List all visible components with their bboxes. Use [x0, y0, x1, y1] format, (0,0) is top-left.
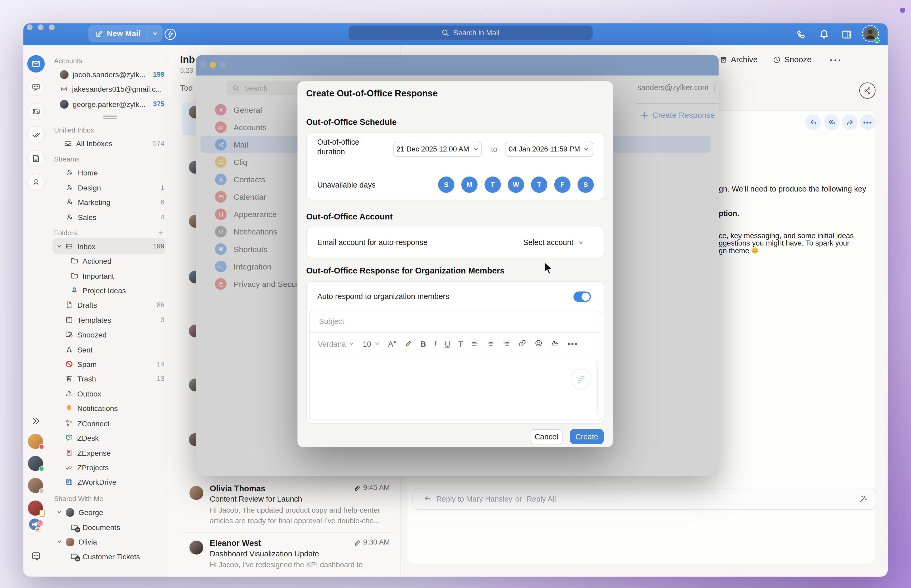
email-subject: Dashboard Visualization Update — [210, 549, 319, 558]
auto-respond-toggle[interactable] — [573, 291, 591, 302]
sidebar-folder-actioned[interactable]: Actioned — [51, 254, 168, 268]
sidebar-folder-project-ideas[interactable]: Project Ideas — [51, 283, 168, 297]
chevron-down-icon[interactable] — [57, 244, 62, 249]
rail-expand-button[interactable] — [28, 412, 45, 430]
inbox-tray-icon — [65, 242, 73, 250]
sidebar-stream-sales[interactable]: Sales 4 — [51, 210, 168, 224]
day-toggle-monday[interactable]: M — [461, 176, 477, 193]
rail-notes-tab[interactable] — [28, 150, 45, 167]
insert-link-icon[interactable] — [518, 339, 526, 349]
sidebar-folder-notifications[interactable]: Notifications — [51, 401, 168, 415]
sidebar-folder-zdesk[interactable]: ZDesk — [51, 431, 168, 445]
sidebar-folder-important[interactable]: Important — [51, 269, 168, 283]
sidebar-account-gmail[interactable]: jakesanders015@gmail.c... — [51, 82, 168, 96]
select-account-dropdown[interactable]: Select account — [523, 238, 584, 247]
sidebar-item-all-inboxes[interactable]: All Inboxes 574 — [51, 136, 168, 150]
rail-drive-tab[interactable] — [28, 103, 45, 120]
sidebar-folder-outbox[interactable]: Outbox — [51, 387, 168, 401]
subject-input[interactable] — [318, 317, 594, 326]
sidebar-folder-trash[interactable]: Trash 13 — [51, 372, 168, 386]
sidebar-folder-zworkdrive[interactable]: ZWorkDrive — [51, 475, 168, 489]
add-folder-icon[interactable] — [158, 230, 164, 236]
italic-icon[interactable]: I — [434, 339, 437, 348]
sidebar-folder-sent[interactable]: Sent — [51, 342, 168, 357]
font-family-select[interactable]: Verdana — [318, 339, 355, 348]
align-center-icon[interactable] — [487, 339, 495, 348]
strikethrough-icon[interactable]: T — [458, 339, 463, 348]
sidebar-account-jacob[interactable]: jacob.sanders@zylk... 199 — [51, 68, 168, 81]
sidebar-folder-inbox[interactable]: Inbox 199 — [51, 239, 168, 253]
chevron-down-icon — [584, 146, 589, 152]
feedback-button[interactable] — [28, 548, 45, 565]
snoozed-folder-icon — [65, 330, 73, 339]
day-toggle-saturday[interactable]: S — [578, 176, 594, 193]
contact-avatar-3[interactable] — [28, 478, 43, 493]
sidebar-folder-zexpense[interactable]: ZExpense — [51, 446, 168, 460]
rail-chat-tab[interactable] — [28, 79, 45, 96]
day-toggle-sunday[interactable]: S — [438, 176, 455, 193]
rail-contacts-tab[interactable] — [28, 174, 45, 191]
rail-tasks-tab[interactable] — [28, 126, 45, 143]
contact-avatar-2[interactable] — [28, 456, 43, 471]
duration-label: duration — [317, 147, 345, 156]
modal-title: Create Out-of-Office Response — [306, 88, 438, 99]
document-icon — [31, 154, 40, 163]
chevron-down-icon[interactable] — [57, 539, 62, 544]
email-list-item-olivia[interactable]: Olivia Thomas 9:45 AM Content Review for… — [168, 484, 400, 534]
day-toggle-thursday[interactable]: T — [531, 176, 547, 193]
highlight-icon[interactable] — [405, 339, 413, 349]
response-body-area[interactable] — [310, 356, 601, 420]
sidebar-stream-home[interactable]: Home — [51, 165, 168, 179]
sidebar-folder-spam[interactable]: Spam 14 — [51, 357, 168, 371]
sidebar-folder-zconnect[interactable]: ZConnect — [51, 416, 168, 430]
sidebar-shared-olivia[interactable]: Olivia — [51, 535, 168, 549]
toolbar-more-icon[interactable]: ••• — [568, 339, 578, 348]
stream-people-icon — [66, 213, 74, 221]
start-datetime-dropdown[interactable]: 21 Dec 2025 12:00 AM — [393, 142, 482, 157]
editor-scrollbar[interactable] — [597, 361, 598, 415]
sidebar-folder-drafts[interactable]: Drafts 86 — [51, 298, 168, 312]
notification-bell-icon — [65, 404, 73, 412]
sidebar-folder-zprojects[interactable]: ZProjects — [51, 460, 168, 475]
cancel-button[interactable]: Cancel — [530, 429, 563, 444]
email-list-item-eleanor[interactable]: Eleanor West 9:30 AM Dashboard Visualiza… — [168, 538, 400, 577]
chevron-down-icon — [349, 341, 354, 347]
create-button[interactable]: Create — [570, 429, 604, 444]
sidebar-stream-marketing[interactable]: Marketing 6 — [51, 195, 168, 209]
chevron-down-icon[interactable] — [57, 509, 62, 515]
attachment-icon — [353, 540, 361, 547]
day-toggle-tuesday[interactable]: T — [484, 176, 501, 193]
day-toggle-wednesday[interactable]: W — [508, 176, 524, 193]
email-preview: Hi Jacob, The updated product copy and h… — [210, 506, 380, 515]
font-size-select[interactable]: 10 — [363, 339, 380, 348]
contact-avatar-1[interactable] — [28, 434, 43, 449]
sidebar-shared-customer-tickets[interactable]: W Customer Tickets — [51, 549, 168, 563]
sidebar-stream-design[interactable]: Design 1 — [51, 181, 168, 194]
font-color-icon[interactable]: A● — [388, 339, 396, 348]
response-editor: Verdana 10 A● B I U T ••• — [309, 310, 602, 420]
day-toggle-friday[interactable]: F — [554, 176, 571, 193]
megaphone-icon: ? — [28, 518, 44, 533]
align-left-icon[interactable] — [471, 339, 479, 348]
zprojects-icon — [65, 464, 73, 472]
emoji-icon[interactable] — [534, 339, 542, 349]
attachment-icon — [353, 485, 361, 493]
bold-icon[interactable]: B — [421, 339, 426, 348]
sidebar-account-george[interactable]: george.parker@zylk... 375 — [51, 97, 168, 111]
underline-icon[interactable]: U — [445, 339, 450, 348]
folders-section-label: Folders — [51, 226, 168, 240]
sidebar-shared-documents[interactable]: R Documents — [51, 520, 168, 534]
sidebar-folder-templates[interactable]: Templates 3 — [51, 313, 168, 327]
sender-avatar — [189, 486, 204, 500]
align-right-icon[interactable] — [502, 339, 510, 348]
contact-avatar-4[interactable] — [28, 501, 43, 515]
end-datetime-dropdown[interactable]: 04 Jan 2026 11:59 PM — [505, 142, 593, 157]
schedule-card: Out-of-office duration 21 Dec 2025 12:00… — [306, 132, 604, 200]
rail-mail-tab[interactable] — [28, 55, 45, 73]
announcements-button[interactable]: ? — [28, 518, 44, 533]
signature-icon[interactable] — [551, 339, 559, 349]
sidebar-folder-snoozed[interactable]: Snoozed — [51, 328, 168, 341]
sidebar-resize-handle[interactable] — [51, 114, 168, 121]
sidebar-shared-george[interactable]: George — [51, 505, 168, 519]
double-chevron-right-icon — [31, 416, 41, 426]
